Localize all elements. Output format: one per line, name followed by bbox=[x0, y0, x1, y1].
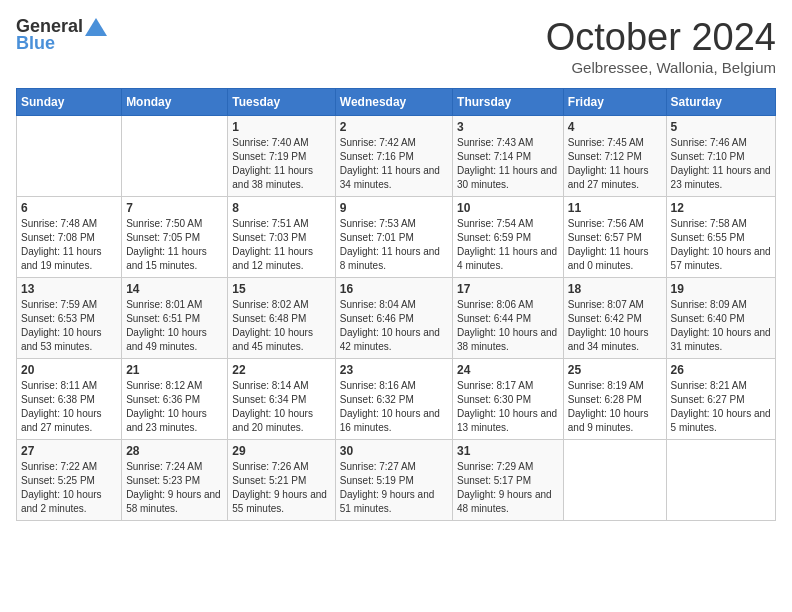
calendar-cell: 21Sunrise: 8:12 AMSunset: 6:36 PMDayligh… bbox=[122, 359, 228, 440]
calendar-table: SundayMondayTuesdayWednesdayThursdayFrid… bbox=[16, 88, 776, 521]
calendar-cell: 13Sunrise: 7:59 AMSunset: 6:53 PMDayligh… bbox=[17, 278, 122, 359]
calendar-cell: 27Sunrise: 7:22 AMSunset: 5:25 PMDayligh… bbox=[17, 440, 122, 521]
day-number: 30 bbox=[340, 444, 448, 458]
calendar-cell: 5Sunrise: 7:46 AMSunset: 7:10 PMDaylight… bbox=[666, 116, 775, 197]
calendar-cell bbox=[563, 440, 666, 521]
weekday-header-thursday: Thursday bbox=[453, 89, 564, 116]
calendar-cell: 14Sunrise: 8:01 AMSunset: 6:51 PMDayligh… bbox=[122, 278, 228, 359]
day-number: 23 bbox=[340, 363, 448, 377]
calendar-cell: 3Sunrise: 7:43 AMSunset: 7:14 PMDaylight… bbox=[453, 116, 564, 197]
calendar-week-row: 27Sunrise: 7:22 AMSunset: 5:25 PMDayligh… bbox=[17, 440, 776, 521]
day-info: Sunrise: 7:40 AMSunset: 7:19 PMDaylight:… bbox=[232, 136, 330, 192]
day-info: Sunrise: 7:29 AMSunset: 5:17 PMDaylight:… bbox=[457, 460, 559, 516]
day-number: 29 bbox=[232, 444, 330, 458]
weekday-header-wednesday: Wednesday bbox=[335, 89, 452, 116]
weekday-header-sunday: Sunday bbox=[17, 89, 122, 116]
day-number: 31 bbox=[457, 444, 559, 458]
day-info: Sunrise: 8:14 AMSunset: 6:34 PMDaylight:… bbox=[232, 379, 330, 435]
location: Gelbressee, Wallonia, Belgium bbox=[546, 59, 776, 76]
day-info: Sunrise: 7:58 AMSunset: 6:55 PMDaylight:… bbox=[671, 217, 771, 273]
day-info: Sunrise: 7:26 AMSunset: 5:21 PMDaylight:… bbox=[232, 460, 330, 516]
day-number: 10 bbox=[457, 201, 559, 215]
calendar-cell: 20Sunrise: 8:11 AMSunset: 6:38 PMDayligh… bbox=[17, 359, 122, 440]
day-info: Sunrise: 8:11 AMSunset: 6:38 PMDaylight:… bbox=[21, 379, 117, 435]
day-info: Sunrise: 8:09 AMSunset: 6:40 PMDaylight:… bbox=[671, 298, 771, 354]
calendar-cell: 29Sunrise: 7:26 AMSunset: 5:21 PMDayligh… bbox=[228, 440, 335, 521]
day-number: 21 bbox=[126, 363, 223, 377]
day-number: 22 bbox=[232, 363, 330, 377]
day-number: 5 bbox=[671, 120, 771, 134]
calendar-cell: 30Sunrise: 7:27 AMSunset: 5:19 PMDayligh… bbox=[335, 440, 452, 521]
day-number: 15 bbox=[232, 282, 330, 296]
calendar-cell: 22Sunrise: 8:14 AMSunset: 6:34 PMDayligh… bbox=[228, 359, 335, 440]
logo-icon bbox=[85, 18, 107, 36]
day-info: Sunrise: 7:50 AMSunset: 7:05 PMDaylight:… bbox=[126, 217, 223, 273]
day-number: 11 bbox=[568, 201, 662, 215]
calendar-cell: 8Sunrise: 7:51 AMSunset: 7:03 PMDaylight… bbox=[228, 197, 335, 278]
calendar-cell bbox=[666, 440, 775, 521]
logo: General Blue bbox=[16, 16, 107, 54]
day-info: Sunrise: 8:01 AMSunset: 6:51 PMDaylight:… bbox=[126, 298, 223, 354]
day-number: 9 bbox=[340, 201, 448, 215]
calendar-cell: 10Sunrise: 7:54 AMSunset: 6:59 PMDayligh… bbox=[453, 197, 564, 278]
month-title: October 2024 bbox=[546, 16, 776, 59]
calendar-cell: 11Sunrise: 7:56 AMSunset: 6:57 PMDayligh… bbox=[563, 197, 666, 278]
day-number: 14 bbox=[126, 282, 223, 296]
day-info: Sunrise: 7:56 AMSunset: 6:57 PMDaylight:… bbox=[568, 217, 662, 273]
calendar-week-row: 6Sunrise: 7:48 AMSunset: 7:08 PMDaylight… bbox=[17, 197, 776, 278]
day-info: Sunrise: 7:42 AMSunset: 7:16 PMDaylight:… bbox=[340, 136, 448, 192]
calendar-cell: 18Sunrise: 8:07 AMSunset: 6:42 PMDayligh… bbox=[563, 278, 666, 359]
day-info: Sunrise: 8:07 AMSunset: 6:42 PMDaylight:… bbox=[568, 298, 662, 354]
page-header: General Blue October 2024 Gelbressee, Wa… bbox=[16, 16, 776, 76]
day-number: 24 bbox=[457, 363, 559, 377]
day-info: Sunrise: 8:16 AMSunset: 6:32 PMDaylight:… bbox=[340, 379, 448, 435]
calendar-cell: 17Sunrise: 8:06 AMSunset: 6:44 PMDayligh… bbox=[453, 278, 564, 359]
day-number: 28 bbox=[126, 444, 223, 458]
calendar-cell: 24Sunrise: 8:17 AMSunset: 6:30 PMDayligh… bbox=[453, 359, 564, 440]
svg-marker-0 bbox=[85, 18, 107, 36]
day-info: Sunrise: 8:21 AMSunset: 6:27 PMDaylight:… bbox=[671, 379, 771, 435]
calendar-cell: 23Sunrise: 8:16 AMSunset: 6:32 PMDayligh… bbox=[335, 359, 452, 440]
day-number: 18 bbox=[568, 282, 662, 296]
day-info: Sunrise: 7:51 AMSunset: 7:03 PMDaylight:… bbox=[232, 217, 330, 273]
calendar-cell: 19Sunrise: 8:09 AMSunset: 6:40 PMDayligh… bbox=[666, 278, 775, 359]
calendar-cell: 16Sunrise: 8:04 AMSunset: 6:46 PMDayligh… bbox=[335, 278, 452, 359]
calendar-cell: 28Sunrise: 7:24 AMSunset: 5:23 PMDayligh… bbox=[122, 440, 228, 521]
calendar-cell bbox=[122, 116, 228, 197]
calendar-cell: 2Sunrise: 7:42 AMSunset: 7:16 PMDaylight… bbox=[335, 116, 452, 197]
day-number: 2 bbox=[340, 120, 448, 134]
day-info: Sunrise: 7:46 AMSunset: 7:10 PMDaylight:… bbox=[671, 136, 771, 192]
day-info: Sunrise: 8:04 AMSunset: 6:46 PMDaylight:… bbox=[340, 298, 448, 354]
day-info: Sunrise: 8:06 AMSunset: 6:44 PMDaylight:… bbox=[457, 298, 559, 354]
calendar-cell: 25Sunrise: 8:19 AMSunset: 6:28 PMDayligh… bbox=[563, 359, 666, 440]
day-number: 3 bbox=[457, 120, 559, 134]
day-info: Sunrise: 7:22 AMSunset: 5:25 PMDaylight:… bbox=[21, 460, 117, 516]
calendar-week-row: 20Sunrise: 8:11 AMSunset: 6:38 PMDayligh… bbox=[17, 359, 776, 440]
calendar-cell: 15Sunrise: 8:02 AMSunset: 6:48 PMDayligh… bbox=[228, 278, 335, 359]
logo-blue: Blue bbox=[16, 33, 55, 54]
day-info: Sunrise: 7:53 AMSunset: 7:01 PMDaylight:… bbox=[340, 217, 448, 273]
day-number: 27 bbox=[21, 444, 117, 458]
weekday-header-tuesday: Tuesday bbox=[228, 89, 335, 116]
calendar-cell: 9Sunrise: 7:53 AMSunset: 7:01 PMDaylight… bbox=[335, 197, 452, 278]
day-info: Sunrise: 7:27 AMSunset: 5:19 PMDaylight:… bbox=[340, 460, 448, 516]
calendar-cell: 12Sunrise: 7:58 AMSunset: 6:55 PMDayligh… bbox=[666, 197, 775, 278]
day-info: Sunrise: 7:24 AMSunset: 5:23 PMDaylight:… bbox=[126, 460, 223, 516]
calendar-week-row: 13Sunrise: 7:59 AMSunset: 6:53 PMDayligh… bbox=[17, 278, 776, 359]
weekday-header-friday: Friday bbox=[563, 89, 666, 116]
weekday-header-saturday: Saturday bbox=[666, 89, 775, 116]
day-number: 8 bbox=[232, 201, 330, 215]
day-number: 26 bbox=[671, 363, 771, 377]
day-number: 7 bbox=[126, 201, 223, 215]
calendar-cell: 1Sunrise: 7:40 AMSunset: 7:19 PMDaylight… bbox=[228, 116, 335, 197]
day-info: Sunrise: 7:45 AMSunset: 7:12 PMDaylight:… bbox=[568, 136, 662, 192]
weekday-header-monday: Monday bbox=[122, 89, 228, 116]
calendar-cell: 6Sunrise: 7:48 AMSunset: 7:08 PMDaylight… bbox=[17, 197, 122, 278]
day-number: 12 bbox=[671, 201, 771, 215]
day-number: 19 bbox=[671, 282, 771, 296]
calendar-cell: 26Sunrise: 8:21 AMSunset: 6:27 PMDayligh… bbox=[666, 359, 775, 440]
weekday-header-row: SundayMondayTuesdayWednesdayThursdayFrid… bbox=[17, 89, 776, 116]
day-info: Sunrise: 7:59 AMSunset: 6:53 PMDaylight:… bbox=[21, 298, 117, 354]
calendar-cell: 4Sunrise: 7:45 AMSunset: 7:12 PMDaylight… bbox=[563, 116, 666, 197]
day-number: 16 bbox=[340, 282, 448, 296]
